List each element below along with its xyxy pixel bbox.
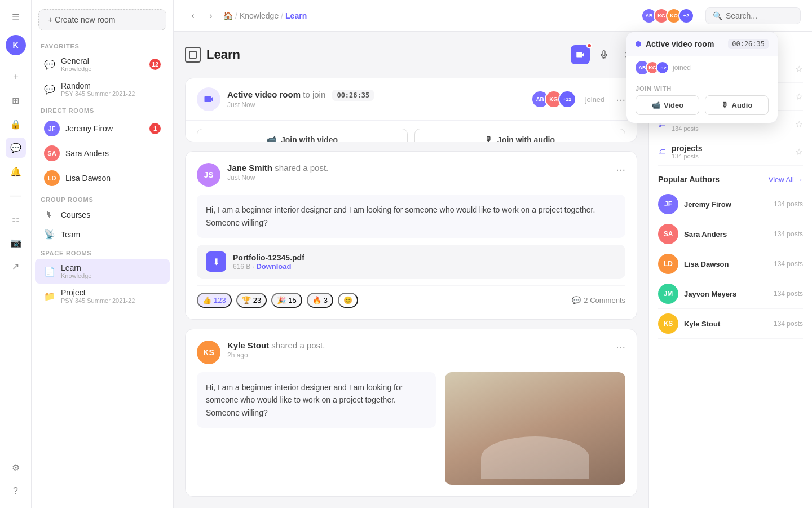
jane-body: Hi, I am a beginner interior designer an… [197, 195, 625, 238]
search-bar[interactable]: 🔍 [705, 7, 801, 24]
sep1: / [235, 11, 237, 20]
grid-icon[interactable]: ⊞ [6, 90, 26, 111]
popup-audio-button[interactable]: 🎙 Audio [705, 95, 769, 115]
jeremy-author-avatar: JF [658, 194, 678, 214]
popup-join-buttons: 📹 Video 🎙 Audio [626, 95, 778, 123]
popup-video-button[interactable]: 📹 Video [636, 95, 699, 115]
sidebar-item-sara[interactable]: SA Sara Anders [35, 141, 170, 166]
general-badge: 12 [149, 59, 161, 70]
kyle-avatar: KS [197, 341, 220, 364]
sidebar-item-team[interactable]: 📡 Team [35, 224, 170, 244]
lock-icon[interactable]: 🔒 [6, 114, 26, 134]
fire-reaction2[interactable]: 🔥 3 [307, 293, 333, 308]
podcast-icon: 📡 [44, 229, 55, 240]
apps-icon[interactable]: ⚏ [6, 209, 26, 229]
popup-join-with-label: JOIN WITH [626, 79, 778, 95]
create-room-button[interactable]: + Create new room [38, 9, 166, 30]
sep2: / [281, 11, 283, 20]
join-audio-button[interactable]: 🎙 Join with audio [414, 129, 625, 142]
author-kyle[interactable]: KS Kyle Stout 134 posts [658, 309, 803, 339]
file-size: 616 B · Download [233, 262, 616, 271]
breadcrumb-knowledge[interactable]: Knowledge [240, 11, 279, 20]
courses-star[interactable]: ☆ [795, 91, 803, 102]
comments-button[interactable]: 💬 2 Comments [572, 296, 625, 304]
group-rooms-label: GROUP ROOMS [32, 191, 173, 205]
author-jeremy[interactable]: JF Jeremy Firow 134 posts [658, 189, 803, 219]
popup-status-dot [636, 41, 641, 47]
search-icon: 🔍 [713, 11, 722, 20]
courses-name: Courses [61, 210, 90, 219]
svg-rect-0 [189, 51, 196, 58]
trophy-reaction[interactable]: 🏆 23 [236, 293, 267, 308]
room-time: Just Now [227, 101, 524, 109]
sidebar-item-lisa[interactable]: LD Lisa Dawson [35, 166, 170, 191]
forward-button[interactable]: › [203, 8, 219, 24]
popup-joined-info: AB KG +12 joined [626, 56, 778, 79]
avatar-more: +2 [678, 8, 694, 24]
sara-author-posts: 134 posts [774, 230, 803, 238]
kyle-more-btn[interactable]: ··· [616, 341, 625, 354]
breadcrumb-learn[interactable]: Learn [285, 11, 307, 20]
user-avatar[interactable]: K [6, 35, 26, 55]
jeremy-badge: 1 [149, 123, 161, 134]
jane-more-btn[interactable]: ··· [616, 163, 625, 176]
mic-button[interactable] [594, 45, 614, 64]
project-sub: PSY 345 Summer 2021-22 [61, 297, 161, 304]
settings-icon[interactable]: ⚙ [6, 457, 26, 478]
plus-icon[interactable]: ＋ [6, 67, 26, 87]
kyle-time: 2h ago [227, 351, 609, 359]
thumbsup-reaction[interactable]: 👍 123 [197, 293, 232, 308]
sidebar-item-project[interactable]: 📁 Project PSY 345 Summer 2021-22 [35, 284, 170, 308]
kyle-author-avatar: KS [658, 313, 678, 334]
popup-room-header: Active video room 00:26:35 [626, 32, 778, 56]
emoji-btn2[interactable]: 😊 [338, 293, 358, 308]
teams-posts: 134 posts [672, 125, 789, 132]
projects-star[interactable]: ☆ [795, 147, 803, 157]
view-all-button[interactable]: View All → [769, 175, 803, 184]
download-link[interactable]: Download [256, 262, 291, 271]
jane-time: Just Now [227, 174, 609, 182]
direct-rooms-label: DIRECT ROOMS [32, 101, 173, 116]
home-icon[interactable]: 🏠 [223, 11, 233, 20]
sidebar-item-learn[interactable]: 📄 Learn Knowledge [35, 259, 170, 284]
sidebar-item-courses[interactable]: 🎙 Courses [35, 205, 170, 224]
room-more-btn[interactable]: ··· [616, 93, 625, 106]
video-room-icon-btn[interactable] [571, 45, 590, 64]
join-video-button[interactable]: 📹 Join with video [197, 129, 408, 142]
camera-icon[interactable]: 📷 [6, 232, 26, 253]
menu-icon[interactable]: ☰ [6, 7, 26, 27]
bell-icon[interactable]: 🔔 [6, 161, 26, 182]
author-sara[interactable]: SA Sara Anders 134 posts [658, 219, 803, 249]
jayvon-author-posts: 134 posts [774, 290, 803, 298]
help-icon[interactable]: ? [6, 481, 26, 501]
back-button[interactable]: ‹ [185, 8, 201, 24]
file-name: Portfolio-12345.pdf [233, 253, 616, 262]
participant-avatars[interactable]: AB KG KO +2 [641, 8, 694, 24]
search-input[interactable] [726, 11, 793, 20]
sidebar-item-random[interactable]: 💬 Random PSY 345 Summer 2021-22 [35, 77, 170, 101]
chat-icon[interactable]: 💬 [6, 138, 26, 158]
popular-authors-title: Popular Authors [658, 175, 720, 184]
favorites-label: FAVORITES [32, 37, 173, 52]
topic-projects[interactable]: 🏷 projects 134 posts ☆ [658, 138, 803, 166]
communities-star[interactable]: ☆ [795, 64, 803, 74]
party-reaction[interactable]: 🎉 15 [271, 293, 302, 308]
sidebar-item-general[interactable]: 💬 General Knowledge 12 [35, 52, 170, 77]
kyle-body: Hi, I am a beginner interior designer an… [197, 372, 436, 428]
jeremy-name: Jeremy Firow [65, 124, 144, 133]
lisa-avatar: LD [44, 170, 60, 186]
kyle-image [445, 372, 625, 485]
sidebar-item-jeremy[interactable]: JF Jeremy Firow 1 [35, 116, 170, 141]
popup-video-icon: 📹 [651, 101, 660, 109]
share-icon[interactable]: ↗ [6, 256, 26, 276]
author-lisa[interactable]: LD Lisa Dawson 134 posts [658, 249, 803, 279]
jayvon-author-name: Jayvon Meyers [684, 290, 768, 298]
page-icon [185, 47, 201, 63]
teams-star[interactable]: ☆ [795, 119, 803, 130]
page-title-bar: Learn ✕ [185, 43, 637, 69]
projects-name: projects [672, 144, 789, 153]
lisa-author-avatar: LD [658, 254, 678, 274]
author-jayvon[interactable]: JM Jayvon Meyers 134 posts [658, 279, 803, 309]
general-name: General [61, 56, 144, 65]
left-nav: ☰ K ＋ ⊞ 🔒 💬 🔔 — ⚏ 📷 ↗ ⚙ ? [0, 0, 32, 508]
